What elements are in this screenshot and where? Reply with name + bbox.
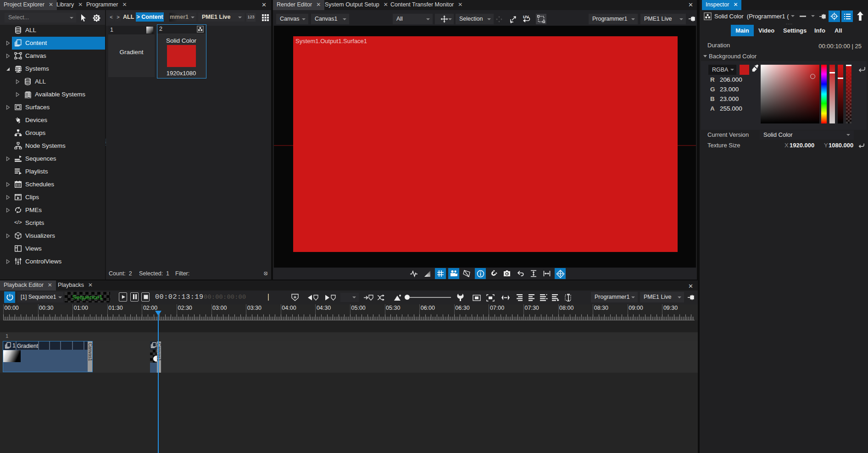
- svg-text:UV: UV: [523, 15, 529, 19]
